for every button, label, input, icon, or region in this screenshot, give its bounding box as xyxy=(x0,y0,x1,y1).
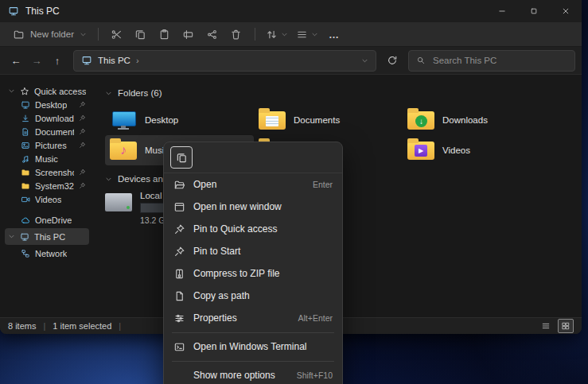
chevron-down-icon[interactable] xyxy=(105,90,112,97)
rename-button[interactable] xyxy=(177,25,201,44)
refresh-button[interactable] xyxy=(383,51,402,70)
sidebar: Quick access Desktop Downloads xyxy=(0,75,94,317)
menu-item-pin-to-start[interactable]: Pin to Start xyxy=(164,240,342,262)
sidebar-item-quick-access[interactable]: Quick access xyxy=(5,84,89,98)
share-button[interactable] xyxy=(201,25,224,44)
music-note-icon xyxy=(21,154,30,164)
delete-icon xyxy=(230,29,242,41)
this-pc-icon xyxy=(8,6,19,17)
sidebar-item-videos[interactable]: Videos xyxy=(5,192,89,206)
sidebar-item-label: OneDrive xyxy=(35,215,72,225)
sidebar-item-network[interactable]: Network xyxy=(5,245,89,262)
menu-item-shortcut: Shift+F10 xyxy=(297,370,333,380)
pin-icon xyxy=(173,246,185,258)
cut-button[interactable] xyxy=(105,25,129,44)
menu-item-open-in-windows-terminal[interactable]: Open in Windows Terminal xyxy=(164,336,342,358)
view-button[interactable] xyxy=(292,25,322,44)
pin-icon xyxy=(79,114,86,122)
window-title: This PC xyxy=(25,6,60,17)
large-icons-view-icon xyxy=(561,321,570,331)
breadcrumb[interactable]: This PC xyxy=(98,56,130,65)
menu-item-open-in-new-window[interactable]: Open in new window xyxy=(164,196,342,218)
sidebar-item-downloads[interactable]: Downloads xyxy=(5,111,89,125)
pin-icon xyxy=(79,101,86,108)
sidebar-item-documents[interactable]: Documents xyxy=(5,125,89,138)
folder-tile-desktop[interactable]: Desktop xyxy=(105,105,254,135)
pin-icon xyxy=(79,169,86,176)
sidebar-item-system32[interactable]: System32 xyxy=(5,179,89,192)
downloads-folder-icon xyxy=(407,109,434,131)
breadcrumb-chevron[interactable]: › xyxy=(136,56,139,65)
folder-tile-downloads[interactable]: Downloads xyxy=(403,105,551,135)
menu-item-label: Pin to Start xyxy=(193,246,240,257)
hard-drive-icon xyxy=(105,193,132,211)
pin-icon xyxy=(79,182,86,189)
menu-item-pin-to-quick-access[interactable]: Pin to Quick access xyxy=(164,218,342,240)
sidebar-item-pictures[interactable]: Pictures xyxy=(5,138,89,152)
folder-name: Downloads xyxy=(442,115,488,125)
network-icon xyxy=(21,249,30,258)
toolbar-divider xyxy=(255,28,255,41)
close-button[interactable] xyxy=(550,0,582,22)
sidebar-item-desktop[interactable]: Desktop xyxy=(5,98,89,111)
desktop-wallpaper: This PC New folder xyxy=(0,0,588,384)
address-bar[interactable]: This PC › xyxy=(73,50,376,72)
new-folder-button[interactable]: New folder xyxy=(8,24,92,45)
menu-item-shortcut: Alt+Enter xyxy=(298,313,333,323)
large-icons-view-button[interactable] xyxy=(558,319,574,333)
sort-button[interactable] xyxy=(262,25,292,44)
chevron-down-icon[interactable] xyxy=(8,233,15,240)
sidebar-item-screenshots[interactable]: Screenshots xyxy=(5,165,89,179)
folders-section-header: Folders (6) xyxy=(105,86,582,100)
search-icon xyxy=(416,56,426,65)
up-button[interactable]: ↑ xyxy=(48,51,67,70)
delete-button[interactable] xyxy=(224,25,248,44)
minimize-button[interactable] xyxy=(486,0,518,22)
copy-command-button[interactable] xyxy=(170,146,193,169)
sidebar-item-label: System32 xyxy=(35,181,74,191)
chevron-down-icon xyxy=(281,31,288,38)
toolbar-divider xyxy=(98,28,99,41)
maximize-icon xyxy=(530,7,538,15)
command-toolbar: New folder … xyxy=(0,22,582,47)
menu-item-show-more-options[interactable]: Show more options Shift+F10 xyxy=(164,364,342,384)
rename-icon xyxy=(182,29,194,41)
sidebar-item-this-pc[interactable]: This PC xyxy=(5,228,89,245)
menu-item-open[interactable]: Open Enter xyxy=(164,173,342,196)
chevron-down-icon[interactable] xyxy=(361,57,368,64)
details-view-button[interactable] xyxy=(539,320,553,332)
search-box[interactable] xyxy=(408,50,575,72)
desktop-folder-icon xyxy=(110,109,137,131)
folders-header-label: Folders (6) xyxy=(118,88,162,98)
status-divider: | xyxy=(119,321,121,331)
maximize-button[interactable] xyxy=(518,0,550,22)
computer-icon xyxy=(20,232,29,242)
menu-item-compress-to-zip[interactable]: Compress to ZIP file xyxy=(164,262,342,285)
folder-tile-videos[interactable]: Videos xyxy=(403,135,551,165)
chevron-down-icon[interactable] xyxy=(105,176,112,183)
sidebar-item-music[interactable]: Music xyxy=(5,152,89,165)
sidebar-item-label: Downloads xyxy=(35,114,74,123)
status-divider: | xyxy=(43,321,45,331)
view-icon xyxy=(296,29,308,41)
menu-item-properties[interactable]: Properties Alt+Enter xyxy=(164,307,342,329)
sidebar-item-onedrive[interactable]: OneDrive xyxy=(5,211,89,228)
menu-item-label: Open in new window xyxy=(193,201,282,212)
menu-item-copy-as-path[interactable]: Copy as path xyxy=(164,285,342,307)
back-button[interactable]: ← xyxy=(6,51,25,70)
monitor-icon xyxy=(21,100,30,110)
folder-tile-documents[interactable]: Documents xyxy=(254,105,403,135)
folder-icon xyxy=(21,168,30,177)
paste-button[interactable] xyxy=(153,25,177,44)
see-more-button[interactable]: … xyxy=(322,29,346,41)
minimize-icon xyxy=(498,7,506,15)
copy-button[interactable] xyxy=(129,25,153,44)
sidebar-item-label: Quick access xyxy=(34,87,86,96)
forward-button[interactable]: → xyxy=(27,51,46,70)
folder-name: Documents xyxy=(294,115,340,125)
chevron-down-icon[interactable] xyxy=(8,87,15,95)
chevron-down-icon xyxy=(311,31,318,38)
sidebar-item-label: Documents xyxy=(35,127,74,137)
search-input[interactable] xyxy=(431,55,567,66)
sidebar-item-label: Desktop xyxy=(35,100,67,110)
